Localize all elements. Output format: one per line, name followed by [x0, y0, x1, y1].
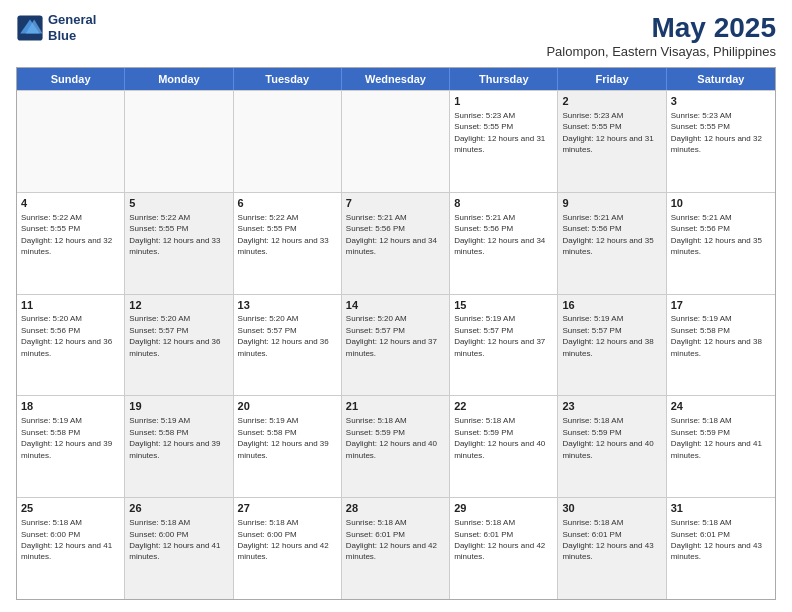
day-number: 9: [562, 196, 661, 211]
day-number: 4: [21, 196, 120, 211]
sunrise-text: Sunrise: 5:18 AMSunset: 6:00 PMDaylight:…: [129, 518, 220, 561]
sunrise-text: Sunrise: 5:22 AMSunset: 5:55 PMDaylight:…: [238, 213, 329, 256]
day-number: 19: [129, 399, 228, 414]
day-number: 17: [671, 298, 771, 313]
day-number: 16: [562, 298, 661, 313]
day-number: 31: [671, 501, 771, 516]
weekday-header-thursday: Thursday: [450, 68, 558, 90]
calendar-week-1: 1Sunrise: 5:23 AMSunset: 5:55 PMDaylight…: [17, 90, 775, 192]
weekday-header-tuesday: Tuesday: [234, 68, 342, 90]
day-number: 15: [454, 298, 553, 313]
sunrise-text: Sunrise: 5:18 AMSunset: 6:01 PMDaylight:…: [454, 518, 545, 561]
day-number: 12: [129, 298, 228, 313]
day-number: 1: [454, 94, 553, 109]
sunrise-text: Sunrise: 5:21 AMSunset: 5:56 PMDaylight:…: [562, 213, 653, 256]
weekday-header-wednesday: Wednesday: [342, 68, 450, 90]
sunrise-text: Sunrise: 5:18 AMSunset: 6:01 PMDaylight:…: [671, 518, 762, 561]
sunrise-text: Sunrise: 5:21 AMSunset: 5:56 PMDaylight:…: [346, 213, 437, 256]
calendar-day-29: 29Sunrise: 5:18 AMSunset: 6:01 PMDayligh…: [450, 498, 558, 599]
sunrise-text: Sunrise: 5:18 AMSunset: 5:59 PMDaylight:…: [346, 416, 437, 459]
calendar-day-14: 14Sunrise: 5:20 AMSunset: 5:57 PMDayligh…: [342, 295, 450, 396]
weekday-header-sunday: Sunday: [17, 68, 125, 90]
weekday-header-monday: Monday: [125, 68, 233, 90]
calendar-day-11: 11Sunrise: 5:20 AMSunset: 5:56 PMDayligh…: [17, 295, 125, 396]
calendar-day-23: 23Sunrise: 5:18 AMSunset: 5:59 PMDayligh…: [558, 396, 666, 497]
sunrise-text: Sunrise: 5:19 AMSunset: 5:58 PMDaylight:…: [129, 416, 220, 459]
sunrise-text: Sunrise: 5:19 AMSunset: 5:58 PMDaylight:…: [671, 314, 762, 357]
sunrise-text: Sunrise: 5:20 AMSunset: 5:57 PMDaylight:…: [346, 314, 437, 357]
sunrise-text: Sunrise: 5:22 AMSunset: 5:55 PMDaylight:…: [129, 213, 220, 256]
sunrise-text: Sunrise: 5:23 AMSunset: 5:55 PMDaylight:…: [562, 111, 653, 154]
calendar-empty-cell: [17, 91, 125, 192]
logo: General Blue: [16, 12, 96, 43]
header: General Blue May 2025 Palompon, Eastern …: [16, 12, 776, 59]
calendar-week-4: 18Sunrise: 5:19 AMSunset: 5:58 PMDayligh…: [17, 395, 775, 497]
calendar-day-7: 7Sunrise: 5:21 AMSunset: 5:56 PMDaylight…: [342, 193, 450, 294]
day-number: 2: [562, 94, 661, 109]
calendar-day-12: 12Sunrise: 5:20 AMSunset: 5:57 PMDayligh…: [125, 295, 233, 396]
calendar-day-31: 31Sunrise: 5:18 AMSunset: 6:01 PMDayligh…: [667, 498, 775, 599]
calendar-day-18: 18Sunrise: 5:19 AMSunset: 5:58 PMDayligh…: [17, 396, 125, 497]
sunrise-text: Sunrise: 5:18 AMSunset: 5:59 PMDaylight:…: [671, 416, 762, 459]
day-number: 14: [346, 298, 445, 313]
calendar-day-22: 22Sunrise: 5:18 AMSunset: 5:59 PMDayligh…: [450, 396, 558, 497]
calendar-week-3: 11Sunrise: 5:20 AMSunset: 5:56 PMDayligh…: [17, 294, 775, 396]
sunrise-text: Sunrise: 5:22 AMSunset: 5:55 PMDaylight:…: [21, 213, 112, 256]
sunrise-text: Sunrise: 5:20 AMSunset: 5:56 PMDaylight:…: [21, 314, 112, 357]
day-number: 26: [129, 501, 228, 516]
calendar-day-5: 5Sunrise: 5:22 AMSunset: 5:55 PMDaylight…: [125, 193, 233, 294]
title-block: May 2025 Palompon, Eastern Visayas, Phil…: [546, 12, 776, 59]
calendar-day-15: 15Sunrise: 5:19 AMSunset: 5:57 PMDayligh…: [450, 295, 558, 396]
calendar-day-21: 21Sunrise: 5:18 AMSunset: 5:59 PMDayligh…: [342, 396, 450, 497]
calendar-title: May 2025: [546, 12, 776, 44]
day-number: 13: [238, 298, 337, 313]
day-number: 5: [129, 196, 228, 211]
calendar-day-16: 16Sunrise: 5:19 AMSunset: 5:57 PMDayligh…: [558, 295, 666, 396]
day-number: 7: [346, 196, 445, 211]
calendar-day-20: 20Sunrise: 5:19 AMSunset: 5:58 PMDayligh…: [234, 396, 342, 497]
day-number: 22: [454, 399, 553, 414]
day-number: 18: [21, 399, 120, 414]
calendar-day-27: 27Sunrise: 5:18 AMSunset: 6:00 PMDayligh…: [234, 498, 342, 599]
day-number: 24: [671, 399, 771, 414]
sunrise-text: Sunrise: 5:19 AMSunset: 5:57 PMDaylight:…: [562, 314, 653, 357]
sunrise-text: Sunrise: 5:19 AMSunset: 5:58 PMDaylight:…: [238, 416, 329, 459]
sunrise-text: Sunrise: 5:18 AMSunset: 6:01 PMDaylight:…: [562, 518, 653, 561]
sunrise-text: Sunrise: 5:19 AMSunset: 5:57 PMDaylight:…: [454, 314, 545, 357]
sunrise-text: Sunrise: 5:20 AMSunset: 5:57 PMDaylight:…: [238, 314, 329, 357]
calendar-day-17: 17Sunrise: 5:19 AMSunset: 5:58 PMDayligh…: [667, 295, 775, 396]
calendar-day-28: 28Sunrise: 5:18 AMSunset: 6:01 PMDayligh…: [342, 498, 450, 599]
calendar-day-8: 8Sunrise: 5:21 AMSunset: 5:56 PMDaylight…: [450, 193, 558, 294]
calendar-day-3: 3Sunrise: 5:23 AMSunset: 5:55 PMDaylight…: [667, 91, 775, 192]
day-number: 23: [562, 399, 661, 414]
calendar-day-25: 25Sunrise: 5:18 AMSunset: 6:00 PMDayligh…: [17, 498, 125, 599]
sunrise-text: Sunrise: 5:18 AMSunset: 6:01 PMDaylight:…: [346, 518, 437, 561]
sunrise-text: Sunrise: 5:23 AMSunset: 5:55 PMDaylight:…: [671, 111, 762, 154]
calendar-day-10: 10Sunrise: 5:21 AMSunset: 5:56 PMDayligh…: [667, 193, 775, 294]
sunrise-text: Sunrise: 5:19 AMSunset: 5:58 PMDaylight:…: [21, 416, 112, 459]
sunrise-text: Sunrise: 5:21 AMSunset: 5:56 PMDaylight:…: [454, 213, 545, 256]
calendar-body: 1Sunrise: 5:23 AMSunset: 5:55 PMDaylight…: [17, 90, 775, 599]
calendar-subtitle: Palompon, Eastern Visayas, Philippines: [546, 44, 776, 59]
day-number: 30: [562, 501, 661, 516]
weekday-header-friday: Friday: [558, 68, 666, 90]
sunrise-text: Sunrise: 5:23 AMSunset: 5:55 PMDaylight:…: [454, 111, 545, 154]
logo-text: General Blue: [48, 12, 96, 43]
calendar-day-19: 19Sunrise: 5:19 AMSunset: 5:58 PMDayligh…: [125, 396, 233, 497]
calendar: SundayMondayTuesdayWednesdayThursdayFrid…: [16, 67, 776, 600]
weekday-header-saturday: Saturday: [667, 68, 775, 90]
sunrise-text: Sunrise: 5:18 AMSunset: 6:00 PMDaylight:…: [238, 518, 329, 561]
calendar-week-2: 4Sunrise: 5:22 AMSunset: 5:55 PMDaylight…: [17, 192, 775, 294]
day-number: 8: [454, 196, 553, 211]
sunrise-text: Sunrise: 5:18 AMSunset: 5:59 PMDaylight:…: [562, 416, 653, 459]
calendar-empty-cell: [125, 91, 233, 192]
calendar-day-30: 30Sunrise: 5:18 AMSunset: 6:01 PMDayligh…: [558, 498, 666, 599]
sunrise-text: Sunrise: 5:21 AMSunset: 5:56 PMDaylight:…: [671, 213, 762, 256]
page: General Blue May 2025 Palompon, Eastern …: [0, 0, 792, 612]
calendar-day-4: 4Sunrise: 5:22 AMSunset: 5:55 PMDaylight…: [17, 193, 125, 294]
sunrise-text: Sunrise: 5:18 AMSunset: 6:00 PMDaylight:…: [21, 518, 112, 561]
calendar-week-5: 25Sunrise: 5:18 AMSunset: 6:00 PMDayligh…: [17, 497, 775, 599]
calendar-empty-cell: [342, 91, 450, 192]
day-number: 27: [238, 501, 337, 516]
day-number: 29: [454, 501, 553, 516]
